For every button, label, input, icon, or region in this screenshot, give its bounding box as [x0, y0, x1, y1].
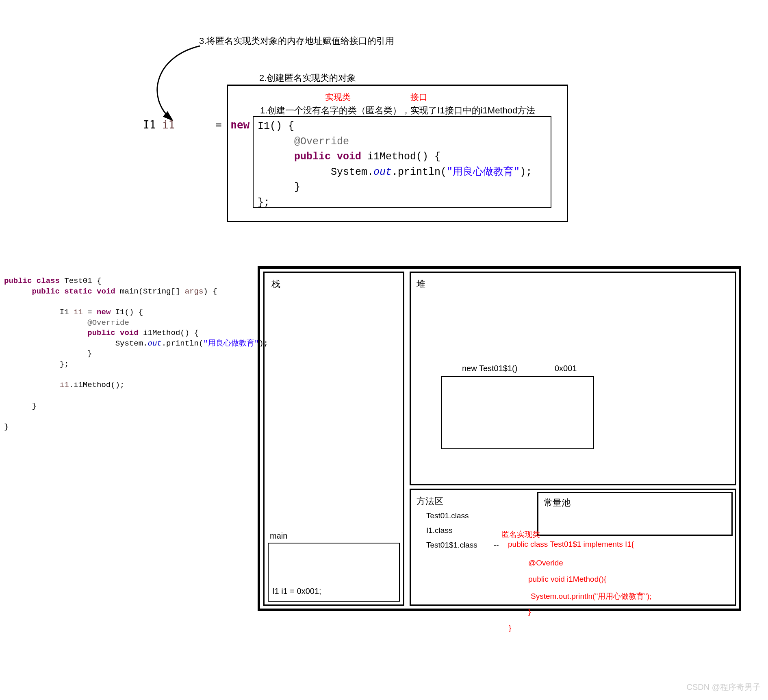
- c5: }: [294, 181, 300, 193]
- step2-label: 2.创建匿名实现类的对象: [259, 72, 356, 84]
- c4b: out: [373, 166, 392, 178]
- watermark: CSDN @程序奇男子: [686, 682, 761, 693]
- const-pool-title: 常量池: [544, 497, 571, 509]
- c4d: "用良心做教育": [447, 166, 520, 178]
- lc3c: =: [83, 308, 97, 317]
- lc1c: Test01 {: [60, 276, 102, 285]
- inner-box-step1: I1() { @Override public void i1Method() …: [253, 116, 551, 208]
- ma-c1: Test01.class: [426, 511, 469, 520]
- gen-l2: @Overide: [528, 559, 563, 567]
- heap-obj-label: new Test01$1(): [462, 364, 517, 373]
- heap-obj-box: [441, 376, 594, 449]
- lc6c: .println(: [162, 339, 204, 348]
- inner-code: I1() { @Override public void i1Method() …: [254, 117, 551, 212]
- stack-title: 栈: [271, 278, 280, 290]
- lc5b: void: [120, 328, 139, 337]
- stack-frame-line: I1 i1 = 0x001;: [272, 587, 321, 596]
- lc5c: i1Method() {: [139, 328, 199, 337]
- step3-label: 3.将匿名实现类对象的内存地址赋值给接口的引用: [199, 35, 394, 47]
- lc6d: "用良心做教育": [203, 339, 259, 348]
- c4a: System.: [331, 166, 373, 178]
- lc9a: i1: [60, 380, 69, 389]
- lc3d: new: [97, 308, 111, 317]
- lc6b: out: [148, 339, 161, 348]
- c3c: i1Method() {: [361, 151, 440, 163]
- lc3b: i1: [74, 308, 83, 317]
- lower-code-block: public class Test01 { public static void…: [4, 276, 268, 433]
- c4e: );: [520, 166, 532, 178]
- intf-label: 接口: [410, 91, 427, 103]
- lc6a: System.: [115, 339, 148, 348]
- lc8: };: [60, 360, 69, 369]
- c3b: void: [337, 151, 361, 163]
- eq-sign: =: [215, 119, 222, 131]
- lc3a: I1: [60, 308, 74, 317]
- code-l1: I1() {: [258, 120, 294, 132]
- gen-l1: public class Test01$1 implements I1{: [508, 540, 634, 549]
- decl-type: I1: [143, 119, 156, 131]
- c3a: public: [294, 151, 331, 163]
- heap-title: 堆: [417, 278, 425, 290]
- gen-l5: }: [528, 607, 531, 616]
- ma-c2: I1.class: [426, 526, 452, 535]
- lc5a: public: [87, 328, 115, 337]
- method-area-title: 方法区: [417, 495, 443, 507]
- ma-c3: Test01$1.class: [426, 541, 477, 550]
- lc2e: args: [185, 287, 204, 296]
- lc1a: public: [4, 276, 32, 285]
- lc3e: I1() {: [111, 308, 143, 317]
- lc2d: main(String[]: [115, 287, 185, 296]
- lc10: }: [32, 402, 36, 411]
- step1-label: 1.创建一个没有名字的类（匿名类），实现了I1接口中的i1Method方法: [260, 104, 535, 117]
- anon-label: 匿名实现类: [501, 529, 540, 540]
- impl-label: 实现类: [325, 91, 351, 103]
- decl-eq: = new: [215, 119, 249, 131]
- new-kw: new: [230, 119, 249, 131]
- lc2f: ) {: [203, 287, 217, 296]
- lc11: }: [4, 422, 9, 431]
- ma-dash: --: [494, 541, 499, 550]
- gen-l3: public void i1Method(){: [528, 575, 606, 584]
- gen-l4: System.out.println("用用心做教育");: [531, 591, 652, 602]
- lc7: }: [87, 349, 92, 358]
- lc2b: static: [64, 287, 92, 296]
- c6: };: [258, 197, 270, 209]
- lc2c: void: [97, 287, 115, 296]
- decl-var: i1: [162, 119, 175, 131]
- lc4: @Override: [87, 318, 129, 327]
- stack-frame-title: main: [270, 531, 287, 541]
- c4c: .println(: [392, 166, 447, 178]
- lc2a: public: [32, 287, 59, 296]
- code-l2: @Override: [294, 136, 349, 148]
- lc1b: class: [37, 276, 60, 285]
- heap-obj-addr: 0x001: [555, 364, 577, 373]
- decl-line: I1 i1: [143, 119, 175, 131]
- gen-l6: }: [509, 624, 511, 633]
- lc9b: .i1Method();: [69, 380, 125, 389]
